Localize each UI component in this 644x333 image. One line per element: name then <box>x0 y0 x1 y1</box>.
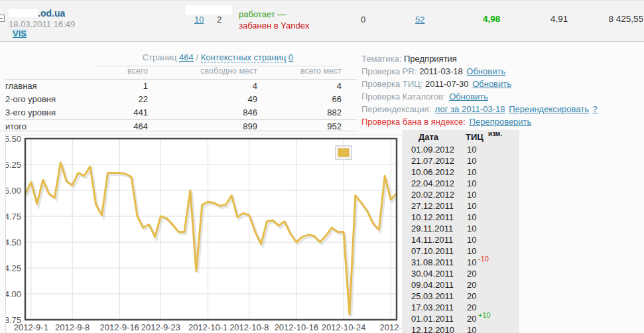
pages-table-row: главная144 <box>5 80 357 94</box>
redacted-domain-name <box>9 9 38 17</box>
tic-row-date: 01.09.2012 <box>411 144 454 155</box>
tic-check-label: Проверка ТИЦ: <box>361 79 422 89</box>
row-total: 1 <box>80 80 148 94</box>
tic-row-value: 10 <box>467 234 476 245</box>
context-pages-link[interactable]: Контекстных страниц <box>201 52 287 63</box>
row-label: 3-его уровня <box>5 106 80 120</box>
collapse-icon[interactable] <box>0 15 5 22</box>
svg-text:4.00: 4.00 <box>6 289 21 299</box>
redacted-block <box>186 5 232 15</box>
catalogs-update-link[interactable]: Обновить <box>449 92 488 101</box>
tic-row-change: +10 <box>478 310 491 321</box>
tic-row: 09.04.201120 <box>403 279 519 291</box>
svg-text:2012-10-16: 2012-10-16 <box>275 322 319 332</box>
col-header-pad <box>342 66 357 80</box>
catalogs-check-label: Проверка Каталогов: <box>361 92 446 101</box>
tic-row-date: 30.04.2011 <box>411 268 454 279</box>
tic-row-value: 10 <box>467 245 476 257</box>
price-highlight: 4,98 <box>483 14 500 24</box>
tic-row-date: 29.11.2011 <box>411 223 453 234</box>
divider <box>0 131 358 131</box>
tic-row-date: 10.12.2011 <box>411 212 454 223</box>
row-places: 882 <box>257 106 342 120</box>
svg-text:5.50: 5.50 <box>6 135 21 144</box>
tic-row-value: 10 <box>467 324 476 333</box>
status: работает — забанен в Yandex <box>239 9 309 31</box>
vis-link[interactable]: VIS <box>12 29 27 38</box>
tic-row-value: 10 <box>467 212 476 223</box>
tic-row-value: 20 <box>467 291 476 302</box>
tic-row: 21.07.201210 <box>403 155 519 166</box>
tic-row: 14.11.201110 <box>403 234 519 245</box>
tic-row-value: 20 <box>467 268 476 279</box>
thematics-label: Тематика: <box>361 54 401 64</box>
pages-count-link[interactable]: 464 <box>179 52 194 62</box>
info-row-reindex: Переиндексация: лог за 2011-03-18 Переин… <box>361 103 598 115</box>
svg-text:2012-: 2012- <box>379 322 401 332</box>
zero-count: 0 <box>361 15 365 25</box>
domain-line: .od.ua <box>9 7 65 19</box>
row-free: 4 <box>148 80 257 94</box>
title-separator: / <box>196 52 198 62</box>
thematics-value: Предприятия <box>404 54 457 64</box>
status-banned: забанен в Yandex <box>239 20 309 31</box>
ban-recheck-link[interactable]: Перепроверить <box>470 117 532 127</box>
links-count-link[interactable]: 10 <box>194 15 204 25</box>
tic-row-value: 10 <box>467 144 476 155</box>
reindex-help-link[interactable]: ? <box>593 104 598 114</box>
info-row-thematics: Тематика: Предприятия <box>361 52 598 65</box>
row-pad <box>342 80 357 94</box>
tic-row-date: 21.07.2012 <box>411 155 454 166</box>
tic-row: 20.02.201210 <box>403 189 519 200</box>
tic-row-date: 20.02.2012 <box>411 189 454 200</box>
pages-title: Страниц 464 / Контекстных страниц 0 <box>97 52 338 66</box>
tic-row-date: 09.04.2011 <box>411 279 454 291</box>
summary-row: .od.ua 18.03.2011 16:49 VIS 10 2 работае… <box>0 0 644 42</box>
row-total: 22 <box>80 93 148 106</box>
context-pages-count-link[interactable]: 0 <box>289 52 293 62</box>
tic-row-date: 10.06.2012 <box>411 166 454 178</box>
pr-update-link[interactable]: Обновить <box>466 66 505 76</box>
row-total: 441 <box>80 106 148 120</box>
row-pad <box>342 106 357 120</box>
tic-row: 25.03.201120 <box>403 291 519 302</box>
tic-row-value: 10 <box>467 200 476 212</box>
tic-row: 01.09.201210 <box>403 144 519 155</box>
domain-link[interactable]: .od.ua <box>38 8 65 19</box>
pages-table: всего свободно мест всего мест главная14… <box>5 66 357 133</box>
tic-header-date: Дата <box>419 132 438 142</box>
tic-row-date: 01.01.2011 <box>411 313 454 324</box>
external-count-link[interactable]: 52 <box>415 15 424 25</box>
svg-text:2012-9-16: 2012-9-16 <box>100 322 139 332</box>
pages-table-row: 3-его уровня441846882 <box>5 106 357 120</box>
reindex-action-link[interactable]: Переиндексировать <box>509 104 589 114</box>
info-row-tic: Проверка ТИЦ: 2011-07-30 Обновить <box>361 78 598 90</box>
tic-row-date: 07.10.2011 <box>411 245 454 257</box>
tic-row-value: 10 <box>467 155 476 166</box>
page: .od.ua 18.03.2011 16:49 VIS 10 2 работае… <box>0 0 644 333</box>
chart-canvas: 5.505.255.004.754.504.254.003.752012-9-1… <box>6 135 401 333</box>
col-header-empty <box>5 66 80 80</box>
ban-check-label: Проверка бана в яндексе: <box>361 117 466 127</box>
row-free: 49 <box>148 93 257 106</box>
col-header-free: свободно мест <box>148 66 257 80</box>
count-secondary: 2 <box>217 15 222 25</box>
tic-update-link[interactable]: Обновить <box>472 79 511 89</box>
tic-row-date: 22.04.2012 <box>411 178 454 189</box>
total-sum: 8 425,55 <box>608 14 643 24</box>
pr-check-label: Проверка PR: <box>361 66 417 76</box>
svg-text:5.00: 5.00 <box>6 186 21 196</box>
tic-row: 10.12.201110 <box>403 212 519 223</box>
svg-text:5.25: 5.25 <box>6 160 21 170</box>
pages-table-header-row: всего свободно мест всего мест <box>5 66 357 80</box>
tic-check-date: 2011-07-30 <box>425 79 469 89</box>
tic-row: 07.10.201110 <box>403 245 519 257</box>
tic-row-date: 14.11.2011 <box>411 234 453 245</box>
tic-header-tic: ТИЦ <box>466 132 483 142</box>
tic-row: 10.06.201210 <box>403 166 519 178</box>
reindex-log-link[interactable]: лог за 2011-03-18 <box>435 104 505 114</box>
tic-row-value: 10 <box>467 189 476 200</box>
tic-row: 01.01.201120+10 <box>403 313 519 324</box>
pages-label: Страниц <box>143 52 177 62</box>
tic-row-date: 27.12.2011 <box>411 200 454 212</box>
